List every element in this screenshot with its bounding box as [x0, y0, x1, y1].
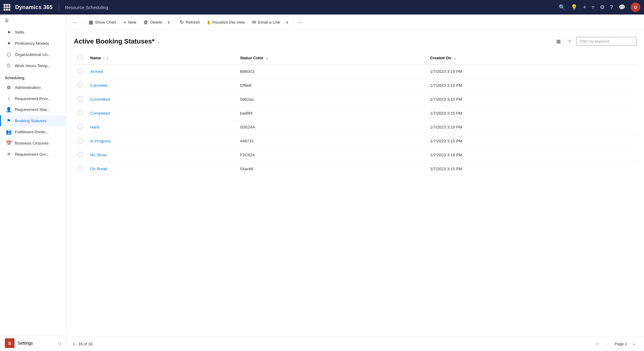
- first-page-button[interactable]: ⇤: [594, 340, 601, 348]
- row-name-link[interactable]: Arrived: [90, 69, 103, 74]
- row-name-link[interactable]: On Break: [90, 167, 107, 171]
- visualize-button[interactable]: ▮ Visualize this view: [204, 18, 248, 27]
- row-checkbox[interactable]: [77, 68, 83, 74]
- select-all-col[interactable]: [74, 52, 87, 64]
- sidebar-item-label: Work Hours Temp...: [15, 63, 51, 68]
- row-status-color-cell: F2C624: [236, 148, 426, 162]
- lightbulb-icon[interactable]: 💡: [571, 4, 577, 11]
- module-name: Resource Scheduling: [65, 5, 108, 10]
- page-controls: ⇤ ← Page 1 →: [594, 340, 638, 348]
- row-checkbox[interactable]: [77, 124, 83, 129]
- col-created-on[interactable]: Created On ⌄: [426, 52, 637, 64]
- sidebar-toggle[interactable]: ☰: [0, 15, 66, 27]
- new-button[interactable]: + New: [120, 18, 139, 27]
- row-name-cell[interactable]: In Progress: [87, 134, 236, 148]
- top-nav: Dynamics 365 Resource Scheduling 🔍 💡 + ▿…: [0, 0, 644, 15]
- delete-button[interactable]: 🗑 Delete: [140, 18, 165, 27]
- view-title-chevron-icon[interactable]: ⌄: [157, 39, 161, 44]
- filter-icon[interactable]: ▿: [592, 4, 594, 11]
- nav-icons: 🔍 💡 + ▿ ⚙ ? 💬 U: [559, 2, 640, 12]
- row-checkbox[interactable]: [77, 152, 83, 157]
- sidebar-item-label: Requirement Prior...: [15, 96, 51, 101]
- search-icon[interactable]: 🔍: [559, 4, 565, 11]
- user-avatar[interactable]: U: [631, 2, 640, 12]
- sidebar-item-proficiency-models[interactable]: ✦ Proficiency Models: [0, 38, 66, 49]
- sidebar-footer[interactable]: S Settings ◇: [0, 335, 66, 351]
- col-name[interactable]: Name ↑ ⌄: [87, 52, 236, 64]
- view-filter-button[interactable]: ▿: [566, 36, 574, 46]
- sidebar-item-label: Requirement Stat...: [15, 107, 50, 112]
- row-name-cell[interactable]: No Show: [87, 148, 236, 162]
- toolbar-divider-1: [174, 18, 174, 27]
- row-name-link[interactable]: Canceled: [90, 83, 107, 88]
- row-name-cell[interactable]: Completed: [87, 106, 236, 120]
- sidebar-item-administration[interactable]: ⚙ Administration: [0, 82, 66, 93]
- refresh-button[interactable]: ↻ Refresh: [177, 18, 203, 27]
- row-select-cell[interactable]: [74, 134, 87, 148]
- row-name-link[interactable]: No Show: [90, 153, 107, 157]
- row-checkbox[interactable]: [77, 82, 83, 88]
- row-created-on-cell: 1/7/2023 3:15 PM: [426, 134, 637, 148]
- row-select-cell[interactable]: [74, 93, 87, 106]
- row-checkbox[interactable]: [77, 166, 83, 171]
- email-dropdown-button[interactable]: ∨: [284, 18, 290, 26]
- row-name-link[interactable]: Completed: [90, 111, 110, 115]
- sidebar-item-fulfillment-preferences[interactable]: 👥 Fulfillment Prefer...: [0, 126, 66, 138]
- row-checkbox[interactable]: [77, 96, 83, 102]
- table-row: Committed 0d62aa 1/7/2023 3:15 PM: [74, 93, 637, 106]
- app-grid-icon[interactable]: [4, 4, 10, 11]
- delete-label: Delete: [150, 20, 162, 24]
- sidebar-item-work-hours-templates[interactable]: ⏲ Work Hours Temp...: [0, 60, 66, 71]
- back-button[interactable]: ←: [70, 18, 80, 26]
- prev-page-button[interactable]: ←: [604, 340, 612, 348]
- email-link-button[interactable]: ✉ Email a Link: [249, 18, 283, 27]
- brand-name: Dynamics 365: [15, 4, 53, 11]
- row-select-cell[interactable]: [74, 148, 87, 162]
- row-select-cell[interactable]: [74, 120, 87, 134]
- settings-icon[interactable]: ⚙: [600, 4, 605, 11]
- filter-input[interactable]: [576, 37, 637, 46]
- email-link-label: Email a Link: [258, 20, 280, 24]
- row-name-cell[interactable]: On Break: [87, 162, 236, 176]
- row-name-link[interactable]: In Progress: [90, 139, 111, 143]
- req-status-icon: 👤: [6, 107, 12, 112]
- layout-icon-button[interactable]: ▦: [554, 36, 564, 46]
- more-options-button[interactable]: ⋯: [295, 17, 305, 28]
- row-select-cell[interactable]: [74, 106, 87, 120]
- add-icon[interactable]: +: [583, 4, 586, 11]
- delete-dropdown-button[interactable]: ∨: [166, 18, 172, 26]
- row-name-cell[interactable]: Canceled: [87, 79, 236, 93]
- row-checkbox[interactable]: [77, 110, 83, 115]
- row-name-link[interactable]: Hard: [90, 125, 99, 129]
- table-row: On Break 54acb6 1/7/2023 3:15 PM: [74, 162, 637, 176]
- sidebar-item-requirement-statuses[interactable]: 👤 Requirement Stat...: [0, 104, 66, 115]
- row-checkbox[interactable]: [77, 138, 83, 143]
- chat-icon[interactable]: 💬: [619, 4, 625, 11]
- row-select-cell[interactable]: [74, 162, 87, 176]
- row-status-color-cell: 448715: [236, 134, 426, 148]
- table-row: Canceled f2f8e8 1/7/2023 3:15 PM: [74, 79, 637, 93]
- sidebar-item-skills[interactable]: ✦ Skills: [0, 27, 66, 38]
- row-name-cell[interactable]: Committed: [87, 93, 236, 106]
- sidebar-item-organizational-units[interactable]: ⬡ Organizational Un...: [0, 49, 66, 60]
- row-select-cell[interactable]: [74, 64, 87, 79]
- workhours-icon: ⏲: [6, 63, 12, 68]
- row-name-cell[interactable]: Arrived: [87, 64, 236, 79]
- col-status-color[interactable]: Status Color ⌄: [236, 52, 426, 64]
- row-status-color-cell: 0d62aa: [236, 93, 426, 106]
- row-name-link[interactable]: Committed: [90, 97, 110, 102]
- show-chart-button[interactable]: ▦ Show Chart: [86, 18, 120, 27]
- sidebar-item-requirement-groups[interactable]: ≡ Requirement Gro...: [0, 149, 66, 160]
- row-select-cell[interactable]: [74, 79, 87, 93]
- view-header: Active Booking Statuses* ⌄ ▦ ▿: [74, 36, 637, 46]
- row-created-on-cell: 1/7/2023 3:15 PM: [426, 79, 637, 93]
- back-icon: ←: [73, 20, 77, 24]
- row-name-cell[interactable]: Hard: [87, 120, 236, 134]
- sidebar: ☰ ✦ Skills ✦ Proficiency Models ⬡ Organi…: [0, 15, 67, 351]
- select-all-checkbox[interactable]: [77, 55, 83, 60]
- sidebar-item-business-closures[interactable]: 📅 Business Closures: [0, 138, 66, 149]
- next-page-button[interactable]: →: [629, 340, 638, 348]
- help-icon[interactable]: ?: [610, 4, 613, 11]
- sidebar-item-booking-statuses[interactable]: ⚑ Booking Statuses: [0, 115, 66, 126]
- sidebar-item-requirement-priorities[interactable]: ↕ Requirement Prior...: [0, 93, 66, 104]
